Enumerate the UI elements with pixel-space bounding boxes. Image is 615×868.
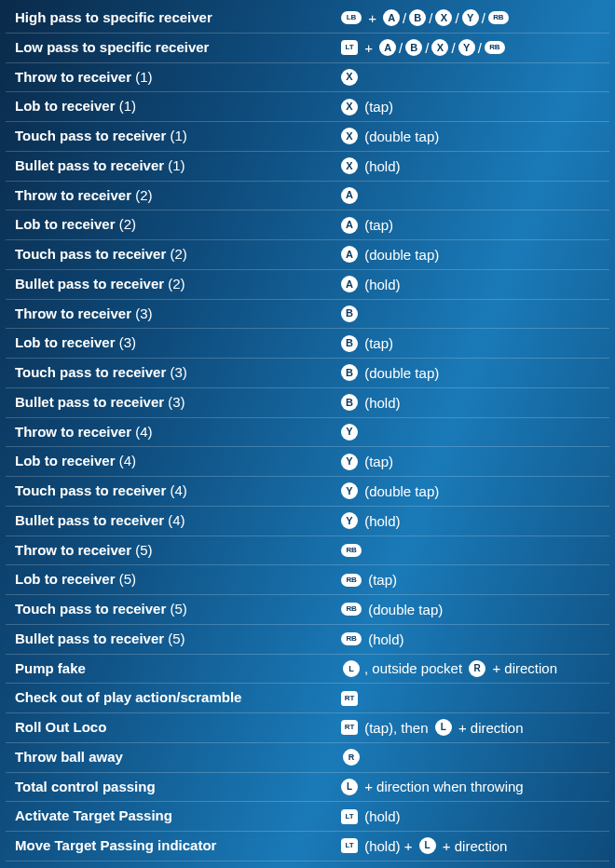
rt-trigger-icon: RT [341,691,358,706]
control-binding: LB + A/B/X/Y/RB [341,9,604,26]
control-text: / [455,10,458,26]
action-label: High pass to specific receiver [15,9,341,27]
control-binding: A (tap) [341,217,604,234]
receiver-number: (3) [170,364,186,380]
table-row: Lob to receiver (4)Y (tap) [6,447,609,477]
control-text: (hold) [361,513,401,529]
lt-trigger-icon: LT [341,809,358,824]
control-text: , outside pocket [364,660,466,676]
action-label: Throw to receiver (5) [15,542,341,560]
b-button-icon: B [341,394,358,411]
table-row: Throw ball awayR [6,743,609,773]
table-row: Touch pass to receiver (3)B (double tap) [6,359,609,388]
table-row: Throw Target Pass to selected receiverLT… [6,861,609,868]
y-button-icon: Y [462,9,479,26]
b-button-icon: B [341,364,358,381]
control-text: / [403,10,406,26]
table-row: Throw to receiver (3)B [6,300,609,330]
table-row: Activate Target PassingLT (hold) [6,802,609,832]
table-row: Bullet pass to receiver (2)A (hold) [6,270,609,300]
action-label: Move Target Passing indicator [15,837,341,855]
b-button-icon: B [341,305,358,322]
action-label: Total control passing [15,779,341,796]
table-row: Throw to receiver (5)RB [6,536,609,566]
control-binding: B [341,305,604,322]
lt-trigger-icon: LT [341,40,358,55]
action-label: Bullet pass to receiver (1) [15,157,341,175]
control-text: / [399,40,403,56]
rb-bumper-icon: RB [488,11,509,24]
table-row: Touch pass to receiver (2)A (double tap) [6,240,609,270]
table-row: Touch pass to receiver (1)X (double tap) [6,122,609,152]
table-row: Bullet pass to receiver (5)RB (hold) [6,625,609,655]
table-row: Bullet pass to receiver (3)B (hold) [6,388,609,418]
control-binding: X [341,69,604,86]
rb-bumper-icon: RB [341,574,362,587]
action-label: Touch pass to receiver (1) [15,128,341,145]
control-binding: LT (hold) + L + direction [341,837,604,854]
control-binding: RB [341,544,604,557]
control-text: (hold) [361,395,401,411]
rt-trigger-icon: RT [341,720,358,735]
rb-bumper-icon: RB [341,632,362,645]
table-row: Lob to receiver (2)A (tap) [6,210,609,240]
receiver-number: (1) [168,157,184,173]
b-button-icon: B [405,39,422,56]
control-binding: A [341,187,604,204]
control-text: (hold) [364,631,404,647]
right-stick-horizontal-icon: R [341,749,362,766]
x-button-icon: X [341,69,358,86]
table-row: Check out of play action/scrambleRT [6,684,609,713]
b-button-icon: B [409,9,426,26]
action-label: Touch pass to receiver (3) [15,364,341,382]
a-button-icon: A [341,187,358,204]
control-text: (double tap) [361,247,439,263]
control-text: / [482,10,485,26]
action-label: Throw ball away [15,749,341,766]
control-binding: A (hold) [341,276,604,292]
receiver-number: (1) [170,128,186,143]
control-text: + direction [455,720,524,736]
control-binding: X (tap) [341,99,604,115]
action-label: Bullet pass to receiver (5) [15,631,341,648]
action-label: Pump fake [15,660,341,678]
left-stick-icon: L [419,837,436,854]
action-label: Low pass to specific receiver [15,39,341,57]
receiver-number: (5) [170,601,186,617]
receiver-number: (3) [168,394,184,410]
left-stick-icon: L [341,779,358,795]
table-row: Touch pass to receiver (5)RB (double tap… [6,595,609,625]
control-binding: Y (tap) [341,454,604,470]
control-text: / [451,40,455,56]
action-label: Bullet pass to receiver (3) [15,394,341,412]
receiver-number: (3) [119,334,136,350]
a-button-icon: A [341,217,358,234]
control-text: (double tap) [361,483,439,499]
control-binding: Y [341,424,604,441]
lb-bumper-icon: LB [341,11,362,24]
control-binding: RB (tap) [341,572,604,588]
control-text: + direction [439,838,508,854]
y-button-icon: Y [458,39,475,56]
receiver-number: (5) [135,542,152,558]
receiver-number: (4) [119,453,136,468]
y-button-icon: Y [341,454,358,470]
control-binding: RT (tap), then L + direction [341,719,604,736]
receiver-number: (4) [170,482,186,498]
action-label: Lob to receiver (1) [15,98,341,115]
action-label: Lob to receiver (3) [15,334,341,352]
right-stick-icon: R [469,660,485,677]
x-button-icon: X [341,99,358,115]
table-row: Throw to receiver (1)X [6,63,609,93]
table-row: Pump fakeL, outside pocket R + direction [6,655,609,685]
action-label: Bullet pass to receiver (2) [15,276,341,293]
x-button-icon: X [431,39,448,56]
control-binding: L + direction when throwing [341,779,604,795]
action-label: Throw to receiver (4) [15,424,341,441]
rb-bumper-icon: RB [341,603,362,616]
table-row: Throw to receiver (4)Y [6,418,609,448]
action-label: Throw to receiver (3) [15,305,341,323]
control-text: (hold) [361,158,401,174]
control-text: + [361,40,376,56]
control-binding: B (tap) [341,335,604,352]
